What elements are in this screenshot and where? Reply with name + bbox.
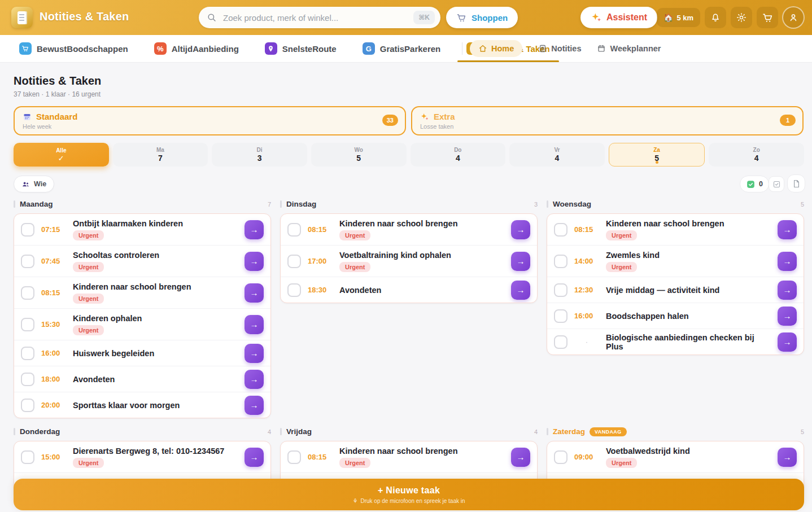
task-checkbox[interactable]	[21, 373, 34, 386]
task-checkbox[interactable]	[554, 450, 567, 464]
task-title: Kinderen ophalen	[73, 314, 238, 323]
task-open-button[interactable]: →	[778, 448, 797, 467]
assistent-button[interactable]: Assistent	[580, 7, 657, 28]
house-icon: 🏠	[663, 13, 673, 22]
task-checkbox[interactable]	[21, 223, 34, 237]
profile-avatar[interactable]	[782, 6, 805, 29]
task-open-button[interactable]: →	[511, 220, 530, 239]
nav-app-tab[interactable]: BewustBoodschappen	[19, 35, 128, 62]
task-open-button[interactable]: →	[778, 252, 797, 271]
task-open-button[interactable]: →	[245, 220, 264, 239]
search-input[interactable]	[222, 12, 408, 23]
done-counter-pill[interactable]: 0	[740, 176, 769, 192]
notifications-button[interactable]	[705, 7, 726, 28]
task-open-button[interactable]: →	[245, 283, 264, 303]
arrow-right-icon: →	[783, 225, 792, 234]
gear-icon	[736, 12, 747, 23]
task-open-button[interactable]: →	[778, 332, 797, 352]
keyboard-shortcut-badge: ⌘K	[413, 11, 435, 24]
task-open-button[interactable]: →	[245, 448, 264, 467]
day-filter-button[interactable]: Alle ✓	[14, 143, 109, 167]
tab-weekplanner[interactable]: Weekplanner	[597, 44, 661, 53]
task-time: ·	[574, 338, 599, 346]
category-card-extra[interactable]: Extra Losse taken 1	[411, 106, 804, 135]
day-column: Dinsdag 3 08:15 Kinderen naar school bre…	[280, 199, 538, 418]
column-count: 4	[534, 428, 538, 435]
settings-button[interactable]	[731, 7, 752, 28]
urgent-badge: Urgent	[606, 458, 637, 468]
nav-app-icon: %	[154, 42, 167, 55]
task-open-button[interactable]: →	[245, 396, 264, 415]
task-checkbox[interactable]	[21, 286, 34, 300]
task-checkbox[interactable]	[287, 223, 301, 237]
task-checkbox[interactable]	[21, 450, 34, 464]
task-open-button[interactable]: →	[245, 252, 264, 271]
task-row: 20:00 Sporttas klaar voor morgen →	[14, 392, 270, 418]
arrow-right-icon: →	[250, 348, 259, 358]
day-filter-button[interactable]: Wo 5	[311, 143, 407, 167]
task-open-button[interactable]: →	[511, 252, 530, 271]
microphone-icon	[352, 498, 358, 504]
nav-app-tab[interactable]: SnelsteRoute	[265, 35, 337, 62]
nav-app-icon	[265, 42, 277, 55]
task-open-button[interactable]: →	[778, 281, 797, 300]
column-count: 5	[801, 428, 804, 435]
document-view-button[interactable]	[787, 174, 805, 192]
task-checkbox[interactable]	[21, 255, 34, 268]
new-task-button[interactable]: + Nieuwe taak Druk op de microfoon en sp…	[14, 479, 804, 510]
task-time: 18:00	[41, 375, 66, 383]
nav-app-tab[interactable]: % AltijdAanbieding	[154, 35, 239, 62]
tab-home[interactable]: Home	[470, 40, 522, 57]
day-filter-row: Alle ✓ Ma 7 Di 3 Wo 5 Do 4 Vr 4 Za 5 Zo …	[14, 143, 804, 167]
select-tasks-button[interactable]	[769, 176, 784, 192]
distance-badge[interactable]: 🏠 5 km	[657, 8, 700, 27]
urgent-badge: Urgent	[73, 294, 104, 304]
task-time: 17:00	[308, 257, 333, 265]
column-header: Maandag 7	[14, 199, 271, 209]
category-card-standaard[interactable]: Standaard Hele week 33	[14, 106, 406, 135]
task-title: Sporttas klaar voor morgen	[73, 401, 238, 410]
task-checkbox[interactable]	[554, 309, 567, 323]
task-row: 08:15 Kinderen naar school brengen Urgen…	[547, 214, 804, 245]
task-checkbox[interactable]	[21, 347, 34, 360]
header-cart-button[interactable]	[757, 7, 778, 28]
checkbox-icon	[772, 180, 781, 189]
today-badge: VANDAAG	[590, 427, 627, 436]
task-checkbox[interactable]	[21, 399, 34, 412]
nav-app-tab[interactable]: G GratisParkeren	[363, 35, 441, 62]
task-open-button[interactable]: →	[245, 344, 264, 363]
task-row: 16:00 Huiswerk begeleiden →	[14, 340, 270, 366]
task-checkbox[interactable]	[287, 255, 301, 268]
day-filter-button[interactable]: Zo 4	[709, 143, 804, 167]
task-open-button[interactable]: →	[778, 220, 797, 239]
task-checkbox[interactable]	[287, 450, 301, 464]
task-open-button[interactable]: →	[511, 281, 530, 300]
task-checkbox[interactable]	[554, 255, 567, 268]
day-filter-button[interactable]: Di 3	[212, 143, 307, 167]
cart-icon	[762, 12, 774, 24]
task-title: Boodschappen halen	[606, 312, 771, 321]
app-logo-icon	[11, 7, 33, 28]
task-open-button[interactable]: →	[778, 307, 797, 326]
column-header: Woensdag 5	[547, 199, 804, 209]
tab-notities[interactable]: Notities	[538, 44, 581, 53]
task-open-button[interactable]: →	[511, 448, 530, 467]
wie-filter-button[interactable]: Wie	[14, 176, 54, 192]
day-filter-button[interactable]: Vr 4	[509, 143, 605, 167]
task-checkbox[interactable]	[554, 223, 567, 237]
task-open-button[interactable]: →	[245, 315, 264, 334]
task-time: 14:00	[574, 257, 599, 265]
task-checkbox[interactable]	[554, 283, 567, 297]
task-open-button[interactable]: →	[245, 370, 264, 389]
shoppen-button[interactable]: Shoppen	[446, 7, 518, 28]
task-checkbox[interactable]	[554, 335, 567, 349]
task-checkbox[interactable]	[287, 283, 301, 297]
task-row: 12:30 Vrije middag — activiteit kind →	[547, 277, 804, 303]
day-filter-button[interactable]: Ma 7	[113, 143, 208, 167]
day-filter-button[interactable]: Do 4	[411, 143, 506, 167]
task-checkbox[interactable]	[21, 318, 34, 331]
task-time: 08:15	[574, 225, 599, 234]
day-filter-button[interactable]: Za 5	[609, 143, 705, 167]
task-title: Ontbijt klaarmaken kinderen	[73, 219, 238, 228]
person-icon	[788, 12, 799, 23]
